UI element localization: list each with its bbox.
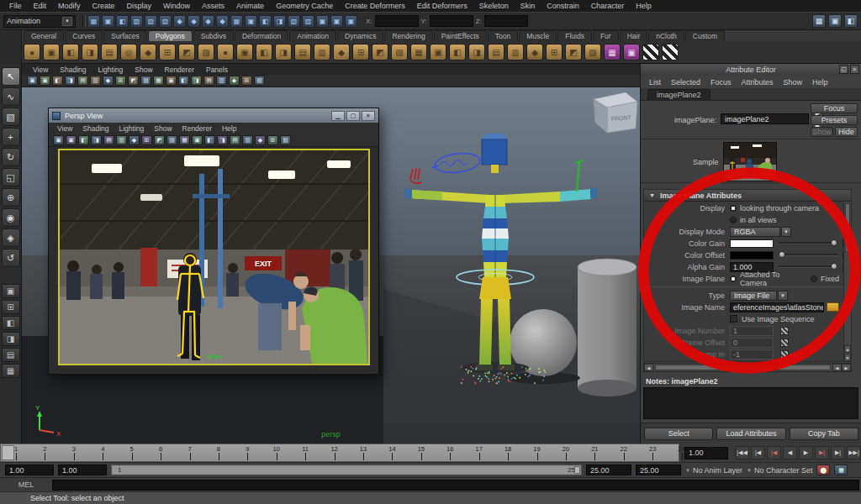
safe-action-icon[interactable]: ▨ xyxy=(140,76,151,86)
rotate-tool[interactable]: ↻ xyxy=(2,148,20,166)
last-tool[interactable]: ↺ xyxy=(2,249,20,267)
node-name-input[interactable]: imagePlane2 xyxy=(721,113,809,124)
poly-pyramid-icon[interactable]: ⊞ xyxy=(159,44,176,60)
persp-menu-shading[interactable]: Shading xyxy=(77,124,114,133)
go-to-start-button[interactable]: |◀◀ xyxy=(735,446,749,459)
shelf-tab-deformation[interactable]: Deformation xyxy=(235,30,288,41)
insert-edge-loop-icon[interactable]: ▥ xyxy=(507,44,524,60)
play-backwards-button[interactable]: ◀ xyxy=(783,446,797,459)
display-mode-select[interactable]: RGBA xyxy=(730,227,780,237)
shelf-tab-rendering[interactable]: Rendering xyxy=(384,30,432,41)
shelf-tab-ncloth[interactable]: nCloth xyxy=(648,30,684,41)
snap-to-point-icon[interactable]: ◆ xyxy=(202,15,214,28)
soft-modification-tool[interactable]: ◉ xyxy=(2,208,20,227)
xray-icon[interactable]: ▥ xyxy=(242,135,253,145)
safe-title-icon[interactable]: ▦ xyxy=(179,135,190,145)
menu-animate[interactable]: Animate xyxy=(230,2,270,10)
close-icon[interactable]: ✕ xyxy=(850,65,859,74)
make-live-icon[interactable]: ▦ xyxy=(230,15,243,28)
xray-icon[interactable]: ▥ xyxy=(216,76,227,86)
color-offset-slider[interactable] xyxy=(779,254,837,256)
snap-to-curve-icon[interactable]: ◆ xyxy=(188,15,200,28)
booleans-union-icon[interactable]: ▥ xyxy=(314,44,330,60)
load-attributes-button[interactable]: Load Attributes xyxy=(716,428,785,440)
persp-menu-help[interactable]: Help xyxy=(217,124,241,133)
step-forward-frame-button[interactable]: ▶| xyxy=(831,446,845,459)
cylinder-object[interactable] xyxy=(578,259,637,396)
shelf-tab-toon[interactable]: Toon xyxy=(488,30,518,41)
assign-shader-icon[interactable]: ◨ xyxy=(662,44,679,60)
color-gain-swatch[interactable] xyxy=(730,239,774,248)
x-input[interactable] xyxy=(375,15,419,27)
layout-single-pane[interactable]: ▣ xyxy=(2,284,20,298)
menu-help[interactable]: Help xyxy=(630,2,658,10)
resolution-gate-icon[interactable]: ⊞ xyxy=(115,76,126,86)
open-scene-icon[interactable]: ▣ xyxy=(102,15,114,28)
playback-start-input[interactable]: 1.00 xyxy=(58,465,107,475)
select-button[interactable]: Select xyxy=(644,428,713,440)
perspective-viewport[interactable]: ViewShadingLightingShowRendererPanels ▣▣… xyxy=(22,64,640,444)
layout-hypershade-persp[interactable]: ▤ xyxy=(2,348,20,362)
step-back-key-button[interactable]: |◀ xyxy=(767,446,781,459)
lasso-select-tool[interactable]: ∿ xyxy=(2,87,20,106)
poly-prism-icon[interactable]: ◆ xyxy=(140,44,156,60)
bookmarks-icon[interactable]: ◧ xyxy=(52,76,63,86)
tab-imageplane2[interactable]: imagePlane2 xyxy=(647,89,710,100)
copy-tab-button[interactable]: Copy Tab xyxy=(790,428,858,440)
isolate-select-icon[interactable]: ▧ xyxy=(254,76,265,86)
resolution-gate-icon[interactable]: ⊞ xyxy=(141,135,152,145)
animation-preferences-icon[interactable]: ▦ xyxy=(834,465,848,475)
image-plane-icon[interactable]: ◨ xyxy=(91,135,102,145)
append-polygon-icon[interactable]: ◧ xyxy=(449,44,466,60)
poly-cone-icon[interactable]: ◨ xyxy=(82,44,98,60)
layout-persp-outliner[interactable]: ◧ xyxy=(2,316,20,330)
menu-file[interactable]: File xyxy=(3,2,28,10)
textured-icon[interactable]: ◨ xyxy=(191,76,202,86)
poly-plane-icon[interactable]: ▤ xyxy=(101,44,118,60)
menu-constrain[interactable]: Constrain xyxy=(541,2,585,10)
animation-end-input[interactable]: 25.00 xyxy=(636,465,681,475)
y-input[interactable] xyxy=(430,15,473,27)
mel-input[interactable] xyxy=(52,480,859,491)
persp-window-titlebar[interactable]: Persp View ▁ ▢ ✕ xyxy=(49,108,378,123)
notes-textarea[interactable] xyxy=(643,387,858,419)
image-plane-attributes-header[interactable]: ▼ Image Plane Attributes xyxy=(644,190,851,202)
maximize-button[interactable]: ▢ xyxy=(346,111,360,121)
use-image-sequence-checkbox[interactable] xyxy=(730,315,737,323)
two-sided-lighting-icon[interactable]: ▤ xyxy=(103,135,114,145)
undock-icon[interactable]: ◱ xyxy=(839,65,848,74)
shelf-tab-dynamics[interactable]: Dynamics xyxy=(337,30,383,41)
ae-menu-attributes[interactable]: Attributes xyxy=(737,78,779,87)
menu-skin[interactable]: Skin xyxy=(515,2,541,10)
input-connections-icon[interactable]: ▣ xyxy=(245,15,257,28)
save-scene-icon[interactable]: ◧ xyxy=(116,15,129,28)
ae-menu-focus[interactable]: Focus xyxy=(705,78,737,87)
select-by-object-icon[interactable]: ▧ xyxy=(145,15,157,28)
shelf-tab-painteffects[interactable]: PaintEffects xyxy=(434,30,487,41)
wireframe-icon[interactable]: ▣ xyxy=(192,135,203,145)
menu-geometry-cache[interactable]: Geometry Cache xyxy=(270,2,339,10)
poly-sphere-icon[interactable]: ● xyxy=(24,44,40,60)
hide-button[interactable]: Hide xyxy=(835,127,858,137)
menu-create-deformers[interactable]: Create Deformers xyxy=(339,2,411,10)
radio-looking-through-camera[interactable] xyxy=(730,205,737,212)
lighting-all-icon[interactable]: ◆ xyxy=(229,76,240,86)
viewport-menu-renderer[interactable]: Renderer xyxy=(159,66,200,74)
shelf-tab-fur[interactable]: Fur xyxy=(593,30,619,41)
z-input[interactable] xyxy=(484,15,528,27)
shelf-tab-curves[interactable]: Curves xyxy=(65,30,103,41)
radio-fixed[interactable] xyxy=(811,276,817,282)
bridge-icon[interactable]: ▣ xyxy=(430,44,446,60)
current-frame-marker[interactable] xyxy=(2,445,14,460)
browse-folder-icon[interactable] xyxy=(827,302,839,312)
viewport-menu-view[interactable]: View xyxy=(27,66,54,74)
uv-texture-editor-icon[interactable]: ▣ xyxy=(623,44,640,60)
select-tool[interactable]: ↖ xyxy=(2,67,20,86)
smooth-shade-icon[interactable]: ◧ xyxy=(204,135,215,145)
shadows-icon[interactable]: ⊞ xyxy=(241,76,252,86)
ae-menu-show[interactable]: Show xyxy=(779,78,808,87)
menu-assets[interactable]: Assets xyxy=(196,2,230,10)
scrollbar-thumb[interactable] xyxy=(655,365,831,370)
use-default-material-icon[interactable]: ▤ xyxy=(230,135,240,145)
smooth-shade-icon[interactable]: ◧ xyxy=(178,76,189,86)
